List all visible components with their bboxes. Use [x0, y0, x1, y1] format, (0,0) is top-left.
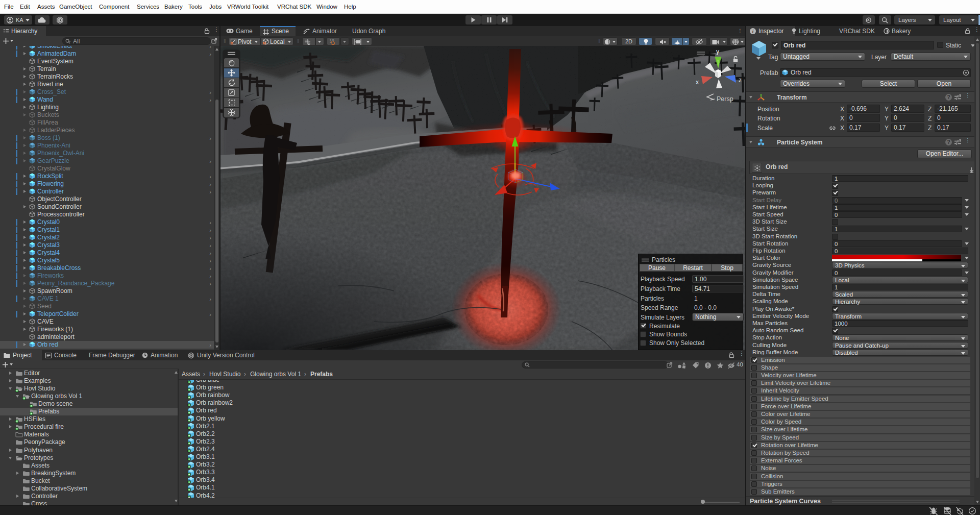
svg-text:y: y [716, 48, 719, 55]
svg-text:z: z [739, 77, 742, 84]
svg-text:Persp: Persp [717, 95, 733, 103]
svg-text:x: x [696, 79, 699, 86]
